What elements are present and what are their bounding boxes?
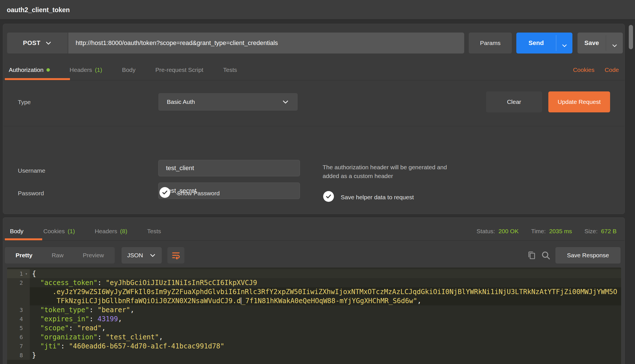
response-body-viewer[interactable]: 1▾{2 "access_token": "eyJhbGciOiJIUzI1Ni… <box>7 267 621 364</box>
format-value: JSON <box>127 252 143 259</box>
tab-count-badge: (8) <box>120 228 127 235</box>
send-button[interactable]: Send <box>516 33 572 53</box>
divider <box>3 80 625 80</box>
save-helper-checkbox[interactable] <box>323 191 334 202</box>
code-text: "organization": "test_client", <box>30 333 621 342</box>
request-panel: POST http://host1:8000/oauth/token?scope… <box>3 24 625 214</box>
show-password-label: Show Password <box>177 190 220 197</box>
code-line: 4 "expires_in": 43199, <box>7 314 621 324</box>
view-mode-raw[interactable]: Raw <box>52 252 63 259</box>
fold-toggle-icon[interactable]: ▾ <box>23 271 30 276</box>
request-tab-tests[interactable]: Tests <box>223 67 237 73</box>
tab-count-badge: (1) <box>95 67 102 73</box>
title-bar: oauth2_client_token <box>0 0 635 20</box>
username-input[interactable] <box>158 160 300 176</box>
type-label: Type <box>18 99 31 106</box>
cookies-link[interactable]: Cookies <box>573 67 594 73</box>
wrap-text-button[interactable] <box>167 247 184 264</box>
check-icon <box>325 193 332 200</box>
code-text: "jti": "460eadd6-b657-4d70-a1cf-41bcac99… <box>30 342 621 351</box>
response-tab-cookies[interactable]: Cookies(1) <box>43 228 75 235</box>
chevron-down-icon <box>45 40 52 46</box>
response-tab-body[interactable]: Body <box>10 228 24 235</box>
show-password-checkbox[interactable] <box>159 187 170 198</box>
line-gutter: 2 <box>7 278 30 287</box>
line-number: 5 <box>10 325 23 331</box>
request-tabs: AuthorizationHeaders(1)BodyPre-request S… <box>9 64 237 76</box>
line-number: 1 <box>10 270 23 277</box>
save-response-button[interactable]: Save Response <box>555 247 621 264</box>
method-dropdown[interactable]: POST <box>7 33 68 53</box>
code-text: TFkNzgiLCJjbGllbnRfaWQiOiJ0ZXN0X2NsaWVud… <box>30 296 621 305</box>
method-label: POST <box>23 39 41 47</box>
size-badge: Size: 672 B <box>584 228 617 235</box>
line-gutter <box>7 287 30 296</box>
code-line: 3 "token_type": "bearer", <box>7 305 621 314</box>
code-text: "scope": "read", <box>30 324 621 333</box>
search-icon[interactable] <box>541 250 551 260</box>
code-text: } <box>30 351 621 360</box>
response-tab-headers[interactable]: Headers(8) <box>95 228 127 235</box>
code-text: { <box>30 269 621 278</box>
line-gutter: 4 <box>7 314 30 324</box>
response-toolbar: PrettyRawPreview JSON Save Response <box>3 247 625 264</box>
line-number: 2 <box>10 279 23 286</box>
line-gutter: 5 <box>7 324 30 333</box>
params-button[interactable]: Params <box>469 33 512 53</box>
line-gutter: 8 <box>7 351 30 360</box>
line-number: 7 <box>10 343 23 350</box>
divider <box>3 126 625 126</box>
code-line: 7 "jti": "460eadd6-b657-4d70-a1cf-41bcac… <box>7 342 621 351</box>
code-line: 8} <box>7 351 621 360</box>
time-badge: Time: 2035 ms <box>531 228 572 235</box>
line-number: 6 <box>10 334 23 341</box>
request-tab-pre-request-script[interactable]: Pre-request Script <box>155 67 203 73</box>
wrap-text-icon <box>171 250 181 260</box>
request-tab-body[interactable]: Body <box>122 67 136 73</box>
line-gutter: 6 <box>7 333 30 342</box>
send-label: Send <box>516 39 556 47</box>
url-input[interactable]: http://host1:8000/oauth/token?scope=read… <box>68 33 464 53</box>
password-label: Password <box>18 190 44 197</box>
line-gutter: 3 <box>7 305 30 314</box>
code-text: "access_token": "eyJhbGciOiJIUzI1NiIsInR… <box>30 278 621 287</box>
code-line: 1▾{ <box>7 269 621 278</box>
code-link[interactable]: Code <box>605 67 619 73</box>
request-tab-headers[interactable]: Headers(1) <box>70 67 102 73</box>
code-text: .eyJzY29wZSI6WyJyZWFkIl0sIm9yZ2FuaXphdGl… <box>30 287 621 296</box>
response-panel: BodyCookies(1)Headers(8)Tests Status: 20… <box>3 217 625 364</box>
line-number: 4 <box>10 316 23 322</box>
response-tabs: BodyCookies(1)Headers(8)Tests <box>10 225 161 237</box>
response-tab-tests[interactable]: Tests <box>147 228 161 235</box>
auth-helper-note: The authorization header will be generat… <box>323 163 447 180</box>
format-select[interactable]: JSON <box>122 247 162 264</box>
chevron-down-icon <box>282 98 289 106</box>
line-number: 8 <box>10 352 23 359</box>
code-line: 5 "scope": "read", <box>7 324 621 333</box>
chevron-down-icon[interactable] <box>556 37 572 49</box>
auth-type-select[interactable]: Basic Auth <box>158 93 298 111</box>
update-request-button[interactable]: Update Request <box>548 91 610 112</box>
save-helper-label: Save helper data to request <box>341 194 414 201</box>
username-label: Username <box>18 167 45 174</box>
view-mode-switch: PrettyRawPreview <box>5 247 115 264</box>
request-title: oauth2_client_token <box>7 0 70 20</box>
code-line: TFkNzgiLCJjbGllbnRfaWQiOiJ0ZXN0X2NsaWVud… <box>7 296 621 305</box>
page-scrollbar-thumb[interactable] <box>629 25 633 49</box>
response-status-row: Status: 200 OK Time: 2035 ms Size: 672 B <box>477 225 617 237</box>
tab-count-badge: (1) <box>68 228 75 235</box>
request-tab-authorization[interactable]: Authorization <box>9 67 50 73</box>
status-badge: Status: 200 OK <box>477 228 519 235</box>
unsaved-changes-dot <box>46 68 50 72</box>
copy-icon[interactable] <box>527 250 537 260</box>
line-number: 3 <box>10 307 23 313</box>
chevron-down-icon[interactable] <box>606 37 623 49</box>
view-mode-preview[interactable]: Preview <box>83 252 104 259</box>
clear-button[interactable]: Clear <box>486 91 542 112</box>
code-line: .eyJzY29wZSI6WyJyZWFkIl0sIm9yZ2FuaXphdGl… <box>7 287 621 296</box>
save-button[interactable]: Save <box>578 33 623 53</box>
line-gutter: 7 <box>7 342 30 351</box>
line-gutter <box>7 296 30 305</box>
view-mode-pretty[interactable]: Pretty <box>16 252 33 259</box>
save-label: Save <box>578 39 606 47</box>
